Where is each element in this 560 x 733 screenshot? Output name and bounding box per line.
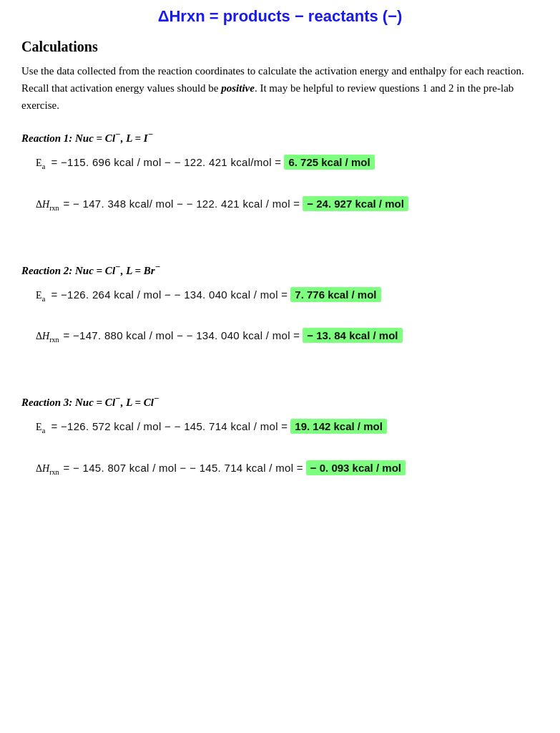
reaction-3-dh-result: − 0. 093 kcal / mol xyxy=(306,460,406,475)
dh-label-1: ΔHrxn xyxy=(36,199,59,212)
intro-paragraph: Use the data collected from the reaction… xyxy=(21,62,539,114)
reaction-2-ea-equation: = −126. 264 kcal / mol − − 134. 040 kcal… xyxy=(51,288,288,301)
reaction-1-ea-row: Ea = −115. 696 kcal / mol − − 122. 421 k… xyxy=(36,155,539,170)
reaction-1-ea-result: 6. 725 kcal / mol xyxy=(284,155,374,170)
ea-label-1: Ea xyxy=(36,157,45,170)
reaction-2-ea-row: Ea = −126. 264 kcal / mol − − 134. 040 k… xyxy=(36,287,539,303)
formula-text: ΔHrxn = products − reactants (−) xyxy=(158,7,403,25)
section-title: Calculations xyxy=(21,39,539,55)
reaction-3-ea-equation: = −126. 572 kcal / mol − − 145. 714 kcal… xyxy=(51,420,288,432)
reaction-1-dh-row: ΔHrxn = − 147. 348 kcal/ mol − − 122. 42… xyxy=(36,196,539,212)
reaction-1-title: Reaction 1: Nuc = Cl−, L = I− xyxy=(21,130,539,145)
reaction-3-dh-row: ΔHrxn = − 145. 807 kcal / mol − − 145. 7… xyxy=(36,460,539,476)
reaction-2-dh-result: − 13. 84 kcal / mol xyxy=(303,328,402,343)
ea-label-3: Ea xyxy=(36,422,45,435)
reaction-2-block: Reaction 2: Nuc = Cl−, L = Br− Ea = −126… xyxy=(21,262,539,344)
reaction-1-block: Reaction 1: Nuc = Cl−, L = I− Ea = −115.… xyxy=(21,130,539,212)
header-formula: ΔHrxn = products − reactants (−) xyxy=(21,7,539,26)
reaction-2-title: Reaction 2: Nuc = Cl−, L = Br− xyxy=(21,262,539,277)
reaction-1-ea-equation: = −115. 696 kcal / mol − − 122. 421 kcal… xyxy=(51,156,281,168)
ea-label-2: Ea xyxy=(36,290,45,303)
reaction-2-ea-result: 7. 776 kcal / mol xyxy=(290,287,380,302)
reaction-3-dh-equation: = − 145. 807 kcal / mol − − 145. 714 kca… xyxy=(63,462,303,474)
reaction-3-block: Reaction 3: Nuc = Cl−, L = Cl− Ea = −126… xyxy=(21,394,539,476)
reaction-3-title: Reaction 3: Nuc = Cl−, L = Cl− xyxy=(21,394,539,409)
dh-label-3: ΔHrxn xyxy=(36,463,59,476)
dh-label-2: ΔHrxn xyxy=(36,331,59,344)
reaction-3-ea-row: Ea = −126. 572 kcal / mol − − 145. 714 k… xyxy=(36,419,539,435)
intro-italic: positive xyxy=(221,82,255,94)
reaction-2-dh-equation: = −147. 880 kcal / mol − − 134. 040 kcal… xyxy=(63,329,300,341)
reaction-1-dh-equation: = − 147. 348 kcal/ mol − − 122. 421 kcal… xyxy=(63,198,300,210)
reaction-2-dh-row: ΔHrxn = −147. 880 kcal / mol − − 134. 04… xyxy=(36,328,539,344)
reaction-3-ea-result: 19. 142 kcal / mol xyxy=(290,419,387,434)
reaction-1-dh-result: − 24. 927 kcal / mol xyxy=(303,196,408,211)
